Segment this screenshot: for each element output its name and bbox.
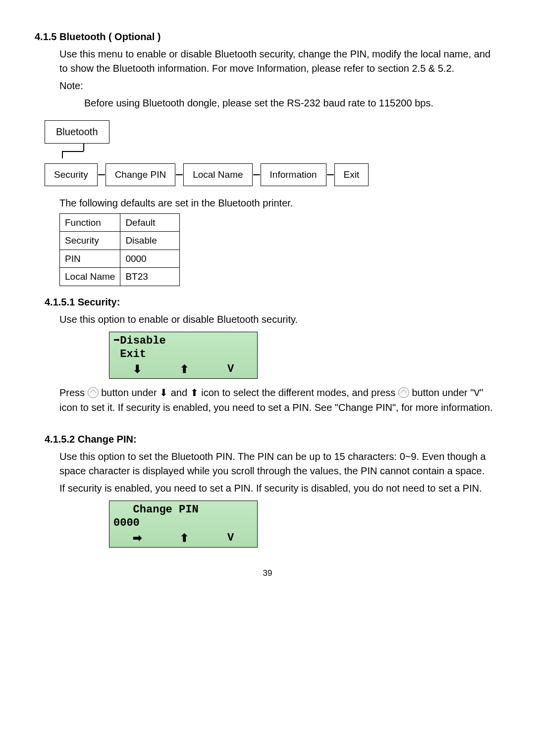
text: icon to select the different modes, and …: [201, 387, 398, 398]
tree-child-security: Security: [45, 163, 98, 186]
text: and: [171, 387, 190, 398]
tree-connector: [45, 144, 104, 158]
table-header-default: Default: [120, 213, 180, 232]
cell: BT23: [120, 268, 180, 286]
section-heading-security: 4.1.5.1 Security:: [45, 295, 500, 309]
table-row: Security Disable: [60, 232, 180, 250]
tree-child-localname: Local Name: [183, 163, 252, 186]
tree-separator: [326, 174, 334, 175]
table-row: PIN 0000: [60, 250, 180, 268]
text: button under: [101, 387, 160, 398]
lcd-display-changepin: Change PIN 0000 ➡ ⬆ V: [109, 501, 258, 548]
down-arrow-icon: ⬇: [133, 361, 142, 377]
tree-child-information: Information: [261, 163, 326, 186]
tree-child-exit: Exit: [334, 163, 369, 186]
v-confirm-icon: V: [227, 361, 234, 377]
lcd-line2: 0000: [113, 516, 253, 530]
section-heading-changepin: 4.1.5.2 Change PIN:: [45, 432, 500, 447]
page-number: 39: [35, 567, 500, 580]
round-button-icon: [88, 387, 99, 398]
lcd-display-security: ➡Disable Exit ⬇ ⬆ V: [109, 332, 258, 379]
right-arrow-icon: ➡: [133, 530, 142, 546]
tree-separator: [98, 174, 106, 175]
up-arrow-icon: ⬆: [190, 387, 199, 398]
v-confirm-icon: V: [227, 530, 234, 546]
security-press-instructions: Press button under ⬇ and ⬆ icon to selec…: [59, 386, 500, 415]
table-header-function: Function: [60, 213, 120, 232]
changepin-para1: Use this option to set the Bluetooth PIN…: [59, 450, 500, 478]
cell: Security: [60, 232, 120, 250]
round-button-icon: [398, 387, 409, 398]
security-intro: Use this option to enable or disable Blu…: [59, 312, 500, 327]
cell: PIN: [60, 250, 120, 268]
table-row: Local Name BT23: [60, 268, 180, 286]
defaults-table: Function Default Security Disable PIN 00…: [59, 213, 180, 286]
text: button under ": [412, 387, 474, 398]
lcd-line1: Change PIN: [113, 503, 253, 517]
tree-separator: [253, 174, 261, 175]
lcd-icon-row: ⬇ ⬆ V: [113, 361, 253, 377]
menu-tree: Bluetooth Security Change PIN Local Name…: [45, 120, 500, 186]
table-row: Function Default: [60, 213, 180, 232]
v-key-label: V: [474, 388, 480, 399]
note-body: Before using Bluetooth dongle, please se…: [84, 96, 500, 110]
tree-child-changepin: Change PIN: [106, 163, 176, 186]
up-arrow-icon: ⬆: [180, 361, 189, 377]
down-arrow-icon: ⬇: [160, 387, 168, 398]
cell: Disable: [120, 232, 180, 250]
section1-para: Use this menu to enable or disable Bluet…: [59, 47, 500, 76]
tree-children-row: Security Change PIN Local Name Informati…: [45, 163, 500, 186]
changepin-para2: If security is enabled, you need to set …: [59, 481, 500, 496]
tree-parent-box: Bluetooth: [45, 120, 109, 144]
tree-separator: [175, 174, 183, 175]
note-label: Note:: [59, 79, 500, 93]
defaults-caption: The following defaults are set in the Bl…: [59, 196, 500, 210]
lcd-line2: Exit: [113, 348, 253, 361]
lcd-line1: ➡Disable: [113, 334, 253, 348]
lcd-icon-row: ➡ ⬆ V: [113, 530, 253, 546]
up-arrow-icon: ⬆: [180, 530, 189, 546]
text: Press: [59, 387, 88, 398]
cell: 0000: [120, 250, 180, 268]
section-heading-bluetooth: 4.1.5 Bluetooth ( Optional ): [35, 30, 500, 44]
cell: Local Name: [60, 268, 120, 286]
